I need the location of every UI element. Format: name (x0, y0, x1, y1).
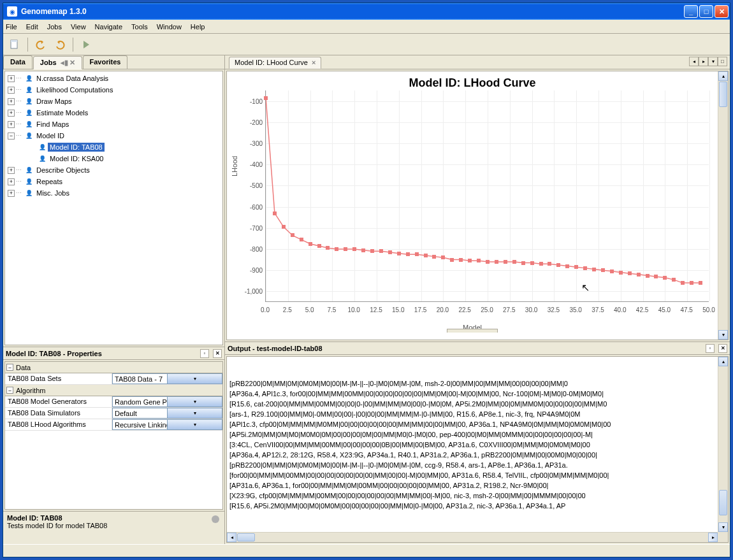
property-row: TAB08 Data SimulatorsDefault▾ (5, 408, 222, 419)
dropdown-icon[interactable]: ▾ (167, 374, 222, 384)
data-point (592, 268, 596, 271)
close-button[interactable]: ✕ (715, 5, 729, 18)
collapse-icon[interactable]: − (8, 133, 15, 140)
data-point (388, 250, 392, 254)
collapse-icon[interactable]: − (6, 364, 13, 371)
data-point (628, 271, 632, 275)
expand-icon[interactable]: + (8, 178, 15, 185)
properties-description: Model ID: TAB08 Tests model ID for model… (3, 511, 224, 544)
run-button[interactable] (78, 37, 94, 52)
menu-file[interactable]: File (6, 23, 17, 31)
expand-icon[interactable]: + (8, 75, 15, 82)
expand-icon[interactable]: + (8, 190, 15, 197)
panel-minimize-icon[interactable]: ▫ (200, 349, 209, 358)
new-file-button[interactable] (7, 37, 22, 52)
menu-navigate[interactable]: Navigate (95, 23, 122, 31)
tree-item[interactable]: +⋯👤Estimate Models (5, 107, 222, 118)
tab-scroll-right-icon[interactable]: ▸ (699, 57, 708, 66)
tab-prev-icon[interactable]: ◂▮ (61, 59, 68, 67)
expand-icon[interactable]: + (8, 167, 15, 174)
properties-desc-title: Model ID: TAB08 (7, 514, 221, 522)
tab-jobs[interactable]: Jobs◂▮✕ (33, 56, 82, 69)
tree-item[interactable]: +⋯👤Misc. Jobs (5, 187, 222, 199)
output-scrollbar-vertical[interactable]: ▴ ▾ (718, 357, 728, 532)
data-point (637, 273, 641, 276)
dropdown-icon[interactable]: ▾ (167, 397, 222, 406)
expand-icon[interactable]: + (8, 110, 15, 117)
tree-item[interactable]: +⋯👤Find Maps (5, 118, 222, 130)
dropdown-icon[interactable]: ▾ (167, 408, 222, 418)
scroll-thumb[interactable] (237, 533, 255, 542)
tab-close-icon[interactable]: ✕ (69, 59, 75, 67)
property-value-text: TAB08 Data - 7 (113, 375, 167, 383)
tree-item-label: Estimate Models (34, 108, 90, 117)
scroll-thumb[interactable] (719, 490, 727, 515)
expand-icon[interactable]: + (8, 121, 15, 128)
property-value[interactable]: Recursive Linking Algorithm▾ (112, 419, 222, 430)
maximize-button[interactable]: □ (699, 5, 713, 18)
x-tick-label: 12.5 (370, 306, 382, 313)
tree-item-label: Repeats (34, 177, 64, 186)
tree-item[interactable]: +⋯👤Likelihood Computations (5, 84, 222, 96)
x-tick-label: 30.0 (525, 306, 537, 313)
tree-item[interactable]: +⋯👤Draw Maps (5, 96, 222, 107)
property-value[interactable]: TAB08 Data - 7▾ (112, 373, 222, 384)
tab-data[interactable]: Data (3, 55, 33, 69)
menu-jobs[interactable]: Jobs (47, 23, 62, 31)
scroll-right-icon[interactable]: ▸ (708, 533, 718, 542)
scroll-up-icon[interactable]: ▴ (718, 357, 728, 366)
tab-maximize-icon[interactable]: □ (718, 57, 727, 66)
chart-scrollbar-vertical[interactable]: ▴ ▾ (718, 71, 728, 340)
menu-help[interactable]: Help (191, 23, 205, 31)
expand-icon[interactable]: + (8, 98, 15, 105)
output-header: Output - test-model-ID-tab08 ▫ ✕ (225, 342, 730, 355)
property-name: TAB08 Data Sets (5, 373, 112, 384)
undo-button[interactable] (33, 37, 48, 52)
menu-edit[interactable]: Edit (26, 23, 38, 31)
panel-close-icon[interactable]: ✕ (213, 349, 222, 358)
tree-item[interactable]: +⋯👤Describe Objects (5, 164, 222, 176)
property-category[interactable]: −Data (5, 362, 222, 373)
tree-item[interactable]: +⋯👤Repeats (5, 176, 222, 187)
tree-item[interactable]: 👤Model ID: TAB08 (5, 141, 222, 153)
collapse-icon[interactable]: − (6, 387, 13, 394)
x-tick-label: 17.5 (414, 306, 426, 313)
output-body[interactable]: [pRB2200|0M|MM|0M|0M0M|M0|00|M-|M-||--|0… (226, 356, 729, 543)
property-value[interactable]: Default▾ (112, 408, 222, 419)
data-point (468, 259, 472, 262)
tree-item[interactable]: +⋯👤N.crassa Data Analysis (5, 73, 222, 84)
panel-close-icon[interactable]: ✕ (718, 344, 727, 353)
expand-icon[interactable]: + (8, 87, 15, 94)
tab-favorites[interactable]: Favorites (83, 55, 128, 69)
menu-tools[interactable]: Tools (131, 23, 148, 31)
minimize-button[interactable]: _ (684, 5, 698, 18)
data-point (548, 262, 551, 266)
tree-item[interactable]: −⋯👤Model ID (5, 130, 222, 141)
tab-dropdown-icon[interactable]: ▾ (708, 57, 718, 66)
output-scrollbar-horizontal[interactable]: ◂ ▸ (227, 532, 718, 542)
x-tick-label: 32.5 (548, 306, 560, 313)
tab-scroll-left-icon[interactable]: ◂ (689, 57, 699, 66)
redo-button[interactable] (52, 37, 68, 52)
property-category[interactable]: −Algorithm (5, 385, 222, 396)
menubar: File Edit Jobs View Navigate Tools Windo… (3, 20, 730, 34)
scroll-left-icon[interactable]: ◂ (227, 533, 236, 542)
editor-tab-close-icon[interactable]: × (312, 59, 316, 66)
property-value[interactable]: Random Gene Permutations▾ (112, 396, 222, 407)
job-icon: 👤 (24, 85, 33, 94)
scroll-down-icon[interactable]: ▾ (718, 330, 728, 340)
data-point (344, 247, 347, 251)
panel-minimize-icon[interactable]: ▫ (706, 344, 715, 353)
menu-window[interactable]: Window (157, 23, 182, 31)
property-row: TAB08 Data SetsTAB08 Data - 7▾ (5, 373, 222, 385)
chart-resize-handle[interactable] (447, 329, 498, 333)
editor-tab-lhood[interactable]: Model ID: LHood Curve × (229, 57, 321, 69)
x-tick-label: 45.0 (658, 306, 671, 313)
scroll-up-icon[interactable]: ▴ (718, 71, 728, 81)
scroll-down-icon[interactable]: ▾ (718, 522, 728, 532)
scroll-thumb[interactable] (719, 82, 727, 107)
jobs-tree[interactable]: +⋯👤N.crassa Data Analysis+⋯👤Likelihood C… (4, 71, 223, 345)
dropdown-icon[interactable]: ▾ (167, 420, 222, 429)
tree-item[interactable]: 👤Model ID: KSA00 (5, 153, 222, 164)
menu-view[interactable]: View (71, 23, 86, 31)
